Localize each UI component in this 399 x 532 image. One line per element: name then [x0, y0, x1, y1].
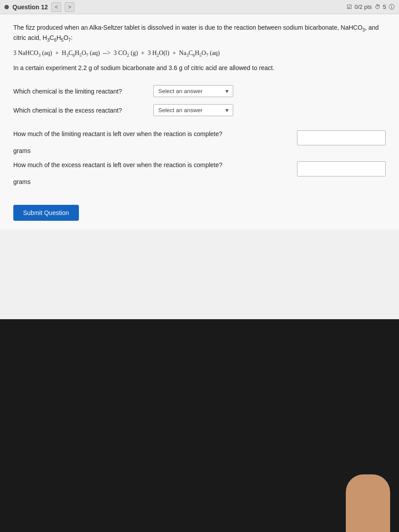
limiting-grams-label: grams — [13, 147, 386, 154]
nav-forward-button[interactable]: > — [65, 2, 74, 12]
hand-decoration — [346, 474, 390, 532]
intro-text: The fizz produced when an Alka-Seltzer t… — [13, 23, 386, 43]
question-label: Question 12 — [12, 4, 48, 11]
excess-leftover-section: How much of the excess reactant is left … — [13, 161, 386, 176]
info-icon: ⓘ — [389, 3, 395, 11]
pts-badge: 0/2 pts — [355, 4, 372, 10]
excess-reactant-row: Which chemical is the excess reactant? S… — [13, 104, 386, 116]
excess-leftover-label: How much of the excess reactant is left … — [13, 161, 297, 168]
limiting-leftover-section: How much of the limiting reactant is lef… — [13, 130, 386, 145]
limiting-reactant-label: Which chemical is the limiting reactant? — [13, 88, 146, 95]
excess-reactant-select-wrapper: Select an answer NaHCO₃ H₃C₆H₅O₇ ▼ — [153, 104, 233, 116]
excess-reactant-select[interactable]: Select an answer NaHCO₃ H₃C₆H₅O₇ — [153, 104, 233, 116]
limiting-reactant-row: Which chemical is the limiting reactant?… — [13, 85, 386, 97]
limiting-leftover-input-right — [297, 130, 386, 145]
limiting-leftover-left: How much of the limiting reactant is lef… — [13, 130, 297, 137]
experiment-text: In a certain experiment 2.2 g of sodium … — [13, 63, 386, 73]
bullet-dot — [4, 5, 9, 9]
excess-reactant-label: Which chemical is the excess reactant? — [13, 107, 146, 114]
dark-bottom-area — [0, 319, 399, 532]
checkbox-icon: ☑ — [347, 4, 352, 10]
content-area: The fizz produced when an Alka-Seltzer t… — [0, 14, 399, 230]
chemical-equation: 3 NaHCO3 (aq) + H3C6H5O7 (aq) --> 3 CO2 … — [13, 50, 386, 58]
excess-grams-label: grams — [13, 178, 386, 185]
header-bar: Question 12 < > ☑ 0/2 pts ⏱ 5 ⓘ — [0, 0, 399, 14]
timer-icon: ⏱ — [375, 4, 380, 10]
timer-value: 5 — [383, 4, 386, 10]
limiting-leftover-label: How much of the limiting reactant is lef… — [13, 130, 297, 137]
limiting-reactant-select-wrapper: Select an answer NaHCO₃ H₃C₆H₅O₇ ▼ — [153, 85, 233, 97]
header-left: Question 12 < > — [4, 2, 74, 12]
excess-leftover-left: How much of the excess reactant is left … — [13, 161, 297, 168]
limiting-leftover-input[interactable] — [297, 130, 386, 145]
limiting-reactant-select[interactable]: Select an answer NaHCO₃ H₃C₆H₅O₇ — [153, 85, 233, 97]
excess-leftover-input[interactable] — [297, 161, 386, 176]
header-right: ☑ 0/2 pts ⏱ 5 ⓘ — [347, 3, 395, 11]
excess-leftover-input-right — [297, 161, 386, 176]
submit-question-button[interactable]: Submit Question — [13, 205, 79, 221]
nav-back-button[interactable]: < — [51, 2, 61, 12]
